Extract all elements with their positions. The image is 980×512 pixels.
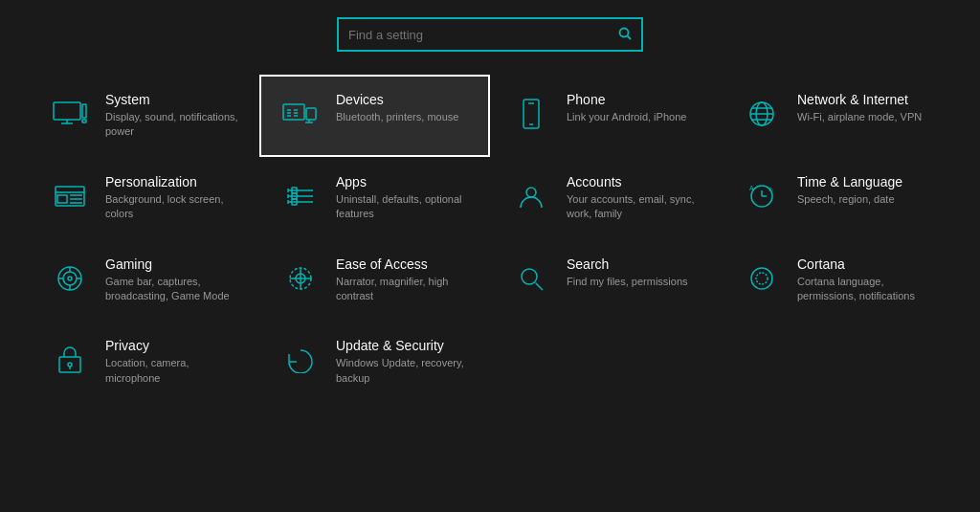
time-text-block: Time & Language Speech, region, date — [797, 174, 902, 207]
svg-point-48 — [68, 277, 72, 280]
ease-subtitle: Narrator, magnifier, high contrast — [336, 275, 469, 304]
phone-text-block: Phone Link your Android, iPhone — [567, 92, 686, 124]
svg-rect-5 — [82, 104, 86, 118]
privacy-title: Privacy — [105, 338, 238, 353]
svg-rect-6 — [82, 120, 86, 122]
svg-rect-61 — [59, 357, 80, 372]
svg-rect-7 — [283, 104, 304, 120]
personalization-subtitle: Background, lock screen, colors — [105, 192, 238, 222]
ease-title: Ease of Access — [336, 256, 469, 272]
accounts-title: Accounts — [567, 174, 700, 189]
svg-text:A: A — [749, 185, 754, 191]
svg-rect-27 — [57, 195, 67, 203]
svg-point-47 — [63, 272, 77, 285]
svg-point-57 — [522, 269, 537, 284]
setting-item-phone[interactable]: Phone Link your Android, iPhone — [490, 75, 721, 157]
network-text-block: Network & Internet Wi-Fi, airplane mode,… — [797, 92, 922, 124]
setting-item-search[interactable]: Search Find my files, permissions — [490, 239, 721, 322]
setting-item-gaming[interactable]: Gaming Game bar, captures, broadcasting,… — [29, 239, 259, 322]
personalization-text-block: Personalization Background, lock screen,… — [105, 174, 238, 222]
setting-item-time[interactable]: A あ Time & Language Speech, region, date — [721, 157, 951, 239]
svg-point-0 — [620, 28, 629, 36]
update-title: Update & Security — [336, 338, 469, 353]
ease-icon — [280, 258, 321, 299]
svg-point-59 — [751, 268, 772, 289]
gaming-subtitle: Game bar, captures, broadcasting, Game M… — [105, 275, 238, 304]
phone-title: Phone — [567, 92, 686, 107]
setting-item-system[interactable]: System Display, sound, notifications, po… — [29, 75, 259, 157]
accounts-text-block: Accounts Your accounts, email, sync, wor… — [567, 174, 700, 222]
ease-text-block: Ease of Access Narrator, magnifier, high… — [336, 256, 469, 304]
personalization-icon — [50, 176, 90, 216]
devices-icon — [280, 94, 321, 134]
system-title: System — [105, 92, 238, 107]
cortana-subtitle: Cortana language, permissions, notificat… — [797, 275, 930, 304]
setting-item-devices[interactable]: Devices Bluetooth, printers, mouse — [259, 75, 490, 157]
system-text-block: System Display, sound, notifications, po… — [105, 92, 238, 140]
svg-point-40 — [526, 188, 536, 197]
svg-point-62 — [68, 363, 72, 367]
search-input[interactable] — [348, 28, 618, 42]
apps-text-block: Apps Uninstall, defaults, optional featu… — [336, 174, 469, 222]
gaming-icon — [50, 258, 90, 299]
search-bar — [337, 17, 643, 52]
settings-grid: System Display, sound, notifications, po… — [0, 75, 980, 403]
setting-item-apps[interactable]: Apps Uninstall, defaults, optional featu… — [259, 157, 490, 239]
search-title: Search — [567, 256, 688, 272]
network-icon — [742, 94, 782, 134]
search-icon — [511, 258, 551, 299]
devices-title: Devices — [336, 92, 458, 107]
svg-rect-2 — [54, 102, 80, 120]
search-bar-container — [0, 0, 980, 75]
accounts-icon — [511, 176, 551, 216]
svg-point-60 — [756, 273, 768, 284]
phone-icon — [511, 94, 551, 134]
personalization-title: Personalization — [105, 174, 238, 189]
privacy-text-block: Privacy Location, camera, microphone — [105, 338, 238, 386]
time-title: Time & Language — [797, 174, 902, 189]
phone-subtitle: Link your Android, iPhone — [567, 110, 686, 124]
system-icon — [50, 94, 90, 134]
apps-title: Apps — [336, 174, 469, 189]
time-icon: A あ — [742, 176, 782, 216]
search-text-block: Search Find my files, permissions — [567, 256, 688, 289]
setting-item-privacy[interactable]: Privacy Location, camera, microphone — [29, 321, 259, 403]
network-subtitle: Wi-Fi, airplane mode, VPN — [797, 110, 922, 124]
search-icon — [618, 27, 632, 43]
setting-item-network[interactable]: Network & Internet Wi-Fi, airplane mode,… — [721, 75, 951, 157]
network-title: Network & Internet — [797, 92, 922, 107]
gaming-text-block: Gaming Game bar, captures, broadcasting,… — [105, 256, 238, 304]
setting-item-cortana[interactable]: Cortana Cortana language, permissions, n… — [721, 239, 951, 322]
cortana-title: Cortana — [797, 256, 930, 272]
update-icon — [280, 340, 321, 380]
svg-line-58 — [536, 282, 544, 290]
setting-item-ease[interactable]: Ease of Access Narrator, magnifier, high… — [259, 239, 490, 322]
cortana-text-block: Cortana Cortana language, permissions, n… — [797, 256, 930, 304]
accounts-subtitle: Your accounts, email, sync, work, family — [567, 192, 700, 222]
svg-rect-8 — [306, 108, 316, 120]
system-subtitle: Display, sound, notifications, power — [105, 110, 238, 140]
time-subtitle: Speech, region, date — [797, 192, 902, 207]
svg-line-1 — [628, 35, 632, 39]
devices-text-block: Devices Bluetooth, printers, mouse — [336, 92, 458, 124]
setting-item-update[interactable]: Update & Security Windows Update, recove… — [259, 321, 490, 403]
apps-subtitle: Uninstall, defaults, optional features — [336, 192, 469, 222]
setting-item-personalization[interactable]: Personalization Background, lock screen,… — [29, 157, 259, 239]
apps-icon — [280, 176, 321, 216]
update-subtitle: Windows Update, recovery, backup — [336, 356, 469, 386]
update-text-block: Update & Security Windows Update, recove… — [336, 338, 469, 386]
search-subtitle: Find my files, permissions — [567, 275, 688, 289]
cortana-icon — [742, 258, 782, 299]
setting-item-accounts[interactable]: Accounts Your accounts, email, sync, wor… — [490, 157, 721, 239]
gaming-title: Gaming — [105, 256, 238, 272]
svg-text:あ: あ — [768, 186, 773, 191]
privacy-icon — [50, 340, 90, 380]
devices-subtitle: Bluetooth, printers, mouse — [336, 110, 458, 124]
privacy-subtitle: Location, camera, microphone — [105, 356, 238, 386]
